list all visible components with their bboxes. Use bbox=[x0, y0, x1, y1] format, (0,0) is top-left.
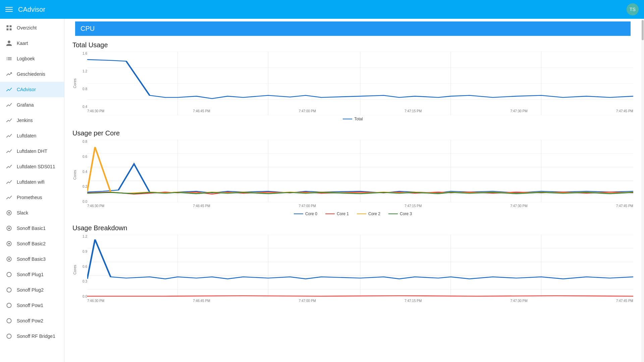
usage-breakdown-section: Usage Breakdown Cores 1.2 0.9 0.6 0.3 0.… bbox=[64, 222, 641, 310]
sidebar-item-kaart[interactable]: Kaart bbox=[0, 36, 64, 51]
x-label: 7:47:15 PM bbox=[405, 299, 422, 305]
sidebar-icon-sonoff-rf-bridge1 bbox=[5, 333, 13, 340]
avatar[interactable]: TS bbox=[627, 3, 639, 15]
sidebar-label-luftdaten: Luftdaten bbox=[17, 133, 36, 138]
y-tick: 0.0 bbox=[83, 295, 87, 298]
sidebar-item-luftdaten[interactable]: Luftdaten bbox=[0, 128, 64, 143]
sidebar-icon-cadvisor bbox=[5, 86, 13, 93]
sidebar-item-sonoff-plug2[interactable]: Sonoff Plug2 bbox=[0, 282, 64, 298]
sidebar-item-luftdaten-dht[interactable]: Luftdaten DHT bbox=[0, 143, 64, 159]
scrollbar-thumb bbox=[642, 20, 644, 40]
sidebar-label-logboek: Logboek bbox=[17, 56, 35, 61]
legend-line-core1 bbox=[325, 214, 335, 214]
legend-label-core1: Core 1 bbox=[337, 212, 349, 216]
x-label: 7:46:30 PM bbox=[87, 109, 104, 115]
total-usage-legend: Total bbox=[72, 117, 633, 121]
svg-point-8 bbox=[7, 272, 11, 277]
x-label: 7:47:15 PM bbox=[405, 109, 422, 115]
sidebar-icon-grafana bbox=[5, 101, 13, 109]
sidebar-icon-sonoff-basic3 bbox=[5, 255, 13, 263]
x-label: 7:46:45 PM bbox=[193, 299, 210, 305]
sidebar-item-slack[interactable]: Slack bbox=[0, 205, 64, 221]
y-tick: 0.4 bbox=[83, 105, 87, 109]
sidebar-item-overzicht[interactable]: Overzicht bbox=[0, 20, 64, 36]
y-tick: 1.6 bbox=[83, 52, 87, 55]
breakdown-chart bbox=[87, 235, 633, 305]
sidebar-label-luftdaten-dht: Luftdaten DHT bbox=[17, 148, 47, 154]
y-tick: 0.6 bbox=[83, 155, 87, 159]
legend-label-total: Total bbox=[354, 117, 363, 121]
sidebar-item-sonoff-basic1[interactable]: Sonoff Basic1 bbox=[0, 221, 64, 236]
sidebar-icon-luftdaten-dht bbox=[5, 147, 13, 155]
top-bar: CAdvisor TS bbox=[0, 0, 644, 19]
sidebar-item-sonoff-basic3[interactable]: Sonoff Basic3 bbox=[0, 251, 64, 267]
sidebar-icon-sonoff-pow2 bbox=[5, 317, 13, 324]
legend-core1: Core 1 bbox=[325, 212, 349, 216]
sidebar-label-prometheus: Prometheus bbox=[17, 195, 42, 200]
legend-line-core3 bbox=[388, 214, 398, 214]
sidebar-label-sonoff-pow2: Sonoff Pow2 bbox=[17, 318, 43, 323]
y-tick: 0.4 bbox=[83, 170, 87, 174]
legend-line-core0 bbox=[294, 214, 303, 214]
sidebar-item-jenkins[interactable]: Jenkins bbox=[0, 113, 64, 128]
sidebar-item-cadvisor[interactable]: CAdvisor bbox=[0, 82, 64, 97]
legend-label-core3: Core 3 bbox=[400, 212, 412, 216]
legend-core3: Core 3 bbox=[388, 212, 412, 216]
sidebar-item-grafana[interactable]: Grafana bbox=[0, 97, 64, 113]
legend-label-core2: Core 2 bbox=[368, 212, 380, 216]
sidebar-label-sonoff-basic2: Sonoff Basic2 bbox=[17, 241, 46, 246]
y-tick: 1.2 bbox=[83, 69, 87, 73]
sidebar-item-sonoff-basic2[interactable]: Sonoff Basic2 bbox=[0, 236, 64, 251]
sidebar-label-sonoff-plug2: Sonoff Plug2 bbox=[17, 287, 44, 293]
sidebar-icon-luftdaten-sds011 bbox=[5, 163, 13, 170]
x-label: 7:46:30 PM bbox=[87, 299, 104, 305]
x-label: 7:47:00 PM bbox=[299, 109, 316, 115]
sidebar-icon-logboek bbox=[5, 55, 13, 62]
y-tick: 0.0 bbox=[83, 200, 87, 203]
sidebar-icon-sonoff-basic1 bbox=[5, 225, 13, 232]
total-usage-section: Total Usage Cores 1.6 1.2 0.8 0.4 bbox=[64, 39, 641, 127]
sidebar-icon-prometheus bbox=[5, 194, 13, 201]
sidebar-item-sonoff-pow2[interactable]: Sonoff Pow2 bbox=[0, 313, 64, 328]
usage-per-core-title: Usage per Core bbox=[72, 129, 633, 137]
menu-icon[interactable] bbox=[5, 7, 13, 12]
sidebar-item-luftdaten-sds011[interactable]: Luftdaten SDS011 bbox=[0, 159, 64, 174]
y-tick: 0.8 bbox=[83, 140, 87, 143]
x-label: 7:46:45 PM bbox=[193, 204, 210, 210]
sidebar-item-sonoff-plug1[interactable]: Sonoff Plug1 bbox=[0, 267, 64, 282]
total-usage-y-label: Cores bbox=[73, 78, 77, 88]
usage-breakdown-title: Usage Breakdown bbox=[72, 224, 633, 232]
sidebar: Overzicht Kaart Logboek Geschiedenis CAd… bbox=[0, 19, 64, 362]
per-core-y-label: Cores bbox=[73, 170, 77, 180]
legend-core2: Core 2 bbox=[357, 212, 380, 216]
sidebar-item-sonoff-rf-bridge1[interactable]: Sonoff RF Bridge1 bbox=[0, 328, 64, 344]
sidebar-item-logboek[interactable]: Logboek bbox=[0, 51, 64, 66]
sidebar-label-geschiedenis: Geschiedenis bbox=[17, 71, 45, 77]
page-title: CAdvisor bbox=[18, 6, 627, 13]
sidebar-item-sonoff-pow1[interactable]: Sonoff Pow1 bbox=[0, 298, 64, 313]
sidebar-icon-sonoff-plug1 bbox=[5, 271, 13, 278]
total-usage-title: Total Usage bbox=[72, 41, 633, 49]
sidebar-item-geschiedenis[interactable]: Geschiedenis bbox=[0, 66, 64, 82]
sidebar-item-luftdaten-wifi[interactable]: Luftdaten wifi bbox=[0, 174, 64, 190]
right-scrollbar[interactable] bbox=[641, 19, 644, 362]
y-tick: 0.8 bbox=[83, 87, 87, 91]
x-label: 7:47:15 PM bbox=[405, 204, 422, 210]
svg-point-10 bbox=[7, 303, 11, 307]
svg-point-11 bbox=[7, 318, 11, 323]
legend-line-total bbox=[343, 119, 352, 119]
svg-point-5 bbox=[8, 243, 10, 245]
sidebar-label-cadvisor: CAdvisor bbox=[17, 87, 36, 92]
breakdown-y-label: Cores bbox=[73, 265, 77, 275]
legend-total: Total bbox=[343, 117, 363, 121]
sidebar-label-sonoff-pow1: Sonoff Pow1 bbox=[17, 303, 43, 308]
x-label: 7:47:45 PM bbox=[616, 109, 633, 115]
sidebar-label-luftdaten-wifi: Luftdaten wifi bbox=[17, 179, 45, 185]
usage-per-core-section: Usage per Core Cores 0.8 0.6 0.4 0.2 0.0 bbox=[64, 127, 641, 222]
sidebar-label-overzicht: Overzicht bbox=[17, 25, 37, 31]
sidebar-item-prometheus[interactable]: Prometheus bbox=[0, 190, 64, 205]
svg-point-9 bbox=[7, 288, 11, 292]
sidebar-label-grafana: Grafana bbox=[17, 102, 34, 108]
sidebar-icon-sonoff-basic2 bbox=[5, 240, 13, 247]
sidebar-label-kaart: Kaart bbox=[17, 41, 28, 46]
